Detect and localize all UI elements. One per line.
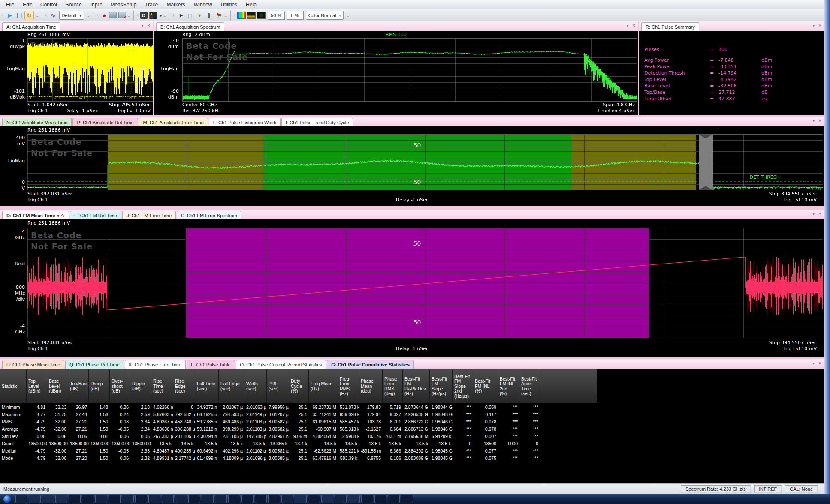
menu-trace[interactable]: Trace — [141, 1, 162, 9]
taskbar-item[interactable] — [401, 495, 413, 503]
tab-acquisition-spectrum[interactable]: B: Ch1 Acquisition Spectrum — [156, 22, 224, 31]
taskbar-item[interactable] — [281, 495, 293, 503]
acq-spectrum-plot[interactable]: Beta CodeNot For Sale — [182, 38, 637, 102]
taskbar-item[interactable] — [228, 495, 240, 503]
acq-time-plot[interactable]: Beta CodeNot For Sale 121416181 — [27, 38, 153, 102]
taskbar-item[interactable] — [374, 495, 386, 503]
taskbar-item[interactable] — [335, 495, 347, 503]
taskbar-item[interactable] — [321, 495, 333, 503]
chevron-down-icon[interactable] — [157, 13, 162, 18]
phase-tab-5[interactable]: G: Ch1 Pulse Cumulative Statistics — [327, 360, 414, 369]
tab-acquisition-time[interactable]: A: Ch1 Acquisition Time — [2, 22, 60, 31]
overflow-chevron-icon[interactable] — [126, 13, 132, 18]
table-row[interactable]: Minimum-4.81-32.2326.971.48-0.262.184.02… — [0, 403, 540, 411]
floor-percent-field[interactable]: 0 % — [287, 11, 304, 20]
menu-source[interactable]: Source — [61, 1, 86, 9]
fm-tab-0[interactable]: D: Ch1 FM Meas Time — [2, 211, 69, 219]
amplitude-tab-4[interactable]: I: Ch1 Pulse Trend Duty Cycle — [281, 118, 353, 126]
taskbar-item[interactable] — [308, 495, 320, 503]
taskbar-item[interactable] — [122, 495, 134, 503]
taskbar-item[interactable] — [188, 495, 200, 503]
zoom-select-icon[interactable] — [186, 11, 194, 20]
collapse-icon[interactable] — [813, 23, 815, 28]
copy-screen-icon[interactable] — [109, 12, 117, 18]
chevron-down-icon[interactable] — [55, 213, 60, 218]
collapse-icon[interactable] — [142, 23, 144, 28]
phase-tab-0[interactable]: H: Ch1 Phase Meas Time — [2, 360, 64, 369]
taskbar-item[interactable] — [202, 495, 214, 503]
collapse-icon[interactable] — [627, 23, 629, 28]
table-row[interactable]: RMS4.7932.0027.211.500.082.344.89367 n45… — [0, 418, 540, 425]
close-icon[interactable] — [147, 23, 151, 28]
phase-tab-3[interactable]: F: Ch1 Pulse Table — [187, 360, 235, 369]
table-row[interactable]: Median-4.79-32.0027.211.50-0.052.334.894… — [0, 447, 540, 454]
menu-utilities[interactable]: Utilities — [216, 1, 241, 9]
colormap-spectrum-icon[interactable] — [247, 12, 256, 19]
overflow-chevron-icon[interactable] — [85, 13, 91, 18]
phase-tab-4[interactable]: O: Ch1 Pulse Current Record Statistics — [236, 360, 326, 369]
reference-readout[interactable]: INT REF — [754, 485, 782, 493]
menu-file[interactable]: File — [2, 1, 18, 9]
table-row[interactable]: Average-4.79-32.0027.211.50-0.052.344.88… — [0, 425, 540, 432]
menu-help[interactable]: Help — [241, 1, 261, 9]
continuous-run-button[interactable] — [24, 11, 34, 20]
amplitude-tab-3[interactable]: L: Ch1 Pulse Histogram Width — [209, 118, 281, 126]
taskbar-item[interactable] — [135, 495, 147, 503]
taskbar-item[interactable] — [215, 495, 227, 503]
tab-pulse-summary[interactable]: R: Ch1 Pulse Summary — [641, 22, 699, 31]
collapse-icon[interactable] — [813, 118, 815, 123]
start-button[interactable] — [3, 495, 11, 503]
taskbar-item[interactable] — [241, 495, 254, 503]
layout-grid-icon[interactable] — [149, 12, 157, 19]
trace-d-button[interactable]: D — [140, 12, 148, 19]
taskbar-item[interactable] — [95, 495, 107, 503]
menu-control[interactable]: Control — [36, 1, 61, 9]
taskbar-item[interactable] — [148, 495, 160, 503]
overflow-chevron-icon[interactable] — [162, 13, 168, 18]
color-mode-select[interactable]: Color Normal — [306, 11, 344, 20]
taskbar-item[interactable] — [69, 495, 81, 503]
record-button[interactable] — [100, 11, 109, 20]
overflow-chevron-icon[interactable] — [345, 13, 351, 18]
pause-button[interactable] — [15, 11, 24, 20]
amplitude-tab-1[interactable]: P: Ch1 Amplitude Ref Time — [72, 118, 138, 126]
gate-slider[interactable] — [699, 135, 713, 190]
close-icon[interactable] — [632, 23, 636, 28]
close-icon[interactable] — [818, 118, 822, 123]
taskbar-item[interactable] — [361, 495, 373, 503]
taskbar-item[interactable] — [268, 495, 280, 503]
amplitude-tab-0[interactable]: N: Ch1 Amplitude Meas Time — [2, 118, 72, 126]
menu-input[interactable]: Input — [86, 1, 106, 9]
close-icon[interactable] — [818, 211, 822, 216]
table-row[interactable]: Maximum-4.77-31.7527.441.560.242.595.676… — [0, 411, 540, 418]
menu-edit[interactable]: Edit — [18, 1, 36, 9]
amp-plot[interactable]: Beta CodeNot For Sale 50 50 DET THRESH — [27, 134, 823, 190]
taskbar-item[interactable] — [388, 495, 400, 503]
fm-tab-1[interactable]: E: Ch1 FM Ref Time — [70, 211, 121, 219]
phase-tab-2[interactable]: K: Ch1 Phase Error Time — [125, 360, 186, 369]
fm-tab-2[interactable]: J: Ch1 FM Error Time — [122, 211, 176, 219]
close-icon[interactable] — [818, 361, 822, 366]
band-marker-icon[interactable] — [205, 11, 213, 20]
taskbar-item[interactable] — [15, 495, 27, 503]
colormap-rainbow-icon[interactable] — [237, 12, 246, 19]
taskbar-item[interactable] — [109, 495, 121, 503]
menu-window[interactable]: Window — [190, 1, 217, 9]
table-row[interactable]: Count13500.0013500.0013500.0013500.00135… — [0, 440, 540, 447]
menu-meassetup[interactable]: MeasSetup — [106, 1, 141, 9]
table-row[interactable]: Mode-4.79-32.0027.201.50-0.062.324.89931… — [0, 454, 540, 462]
preset-select[interactable]: Default — [59, 11, 85, 20]
taskbar-item[interactable] — [175, 495, 187, 503]
taskbar-item[interactable] — [348, 495, 360, 503]
amplitude-tab-2[interactable]: M: Ch1 Amplitude Error Time — [139, 118, 208, 126]
marker-triangle-icon[interactable] — [195, 11, 204, 20]
phase-tab-1[interactable]: Q: Ch1 Phase Ref Time — [65, 360, 124, 369]
taskbar-item[interactable] — [255, 495, 267, 503]
trigger-icon[interactable] — [49, 11, 57, 20]
flag-marker-icon[interactable] — [214, 11, 223, 20]
table-row[interactable]: Std Dev0.000.060.060.010.060.05267.383 p… — [0, 432, 540, 440]
play-button[interactable] — [6, 11, 14, 20]
taskbar-item[interactable] — [42, 495, 54, 503]
collapse-icon[interactable] — [813, 211, 815, 216]
taskbar-item[interactable] — [82, 495, 94, 503]
